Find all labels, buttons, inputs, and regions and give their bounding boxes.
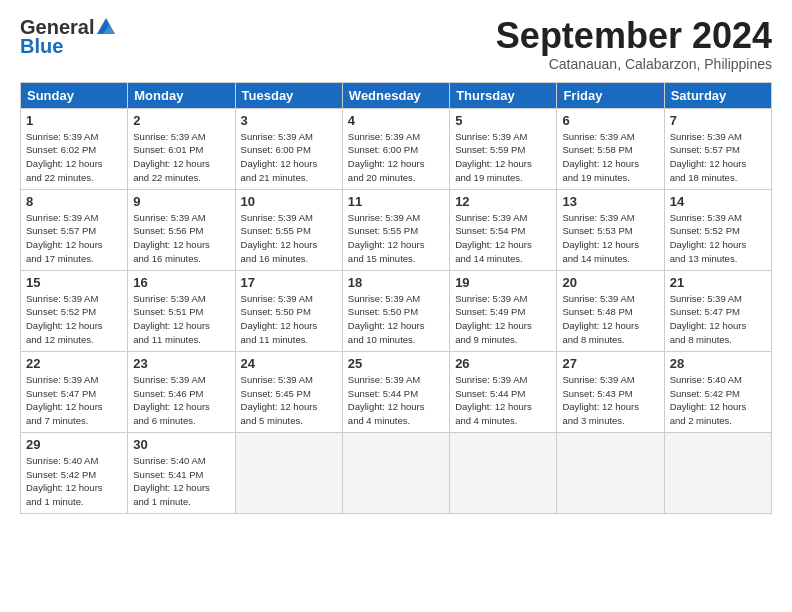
table-row: 21Sunrise: 5:39 AM Sunset: 5:47 PM Dayli… [664, 270, 771, 351]
table-row: 22Sunrise: 5:39 AM Sunset: 5:47 PM Dayli… [21, 351, 128, 432]
day-number: 10 [241, 194, 337, 209]
day-number: 6 [562, 113, 658, 128]
day-details: Sunrise: 5:39 AM Sunset: 5:55 PM Dayligh… [241, 211, 337, 266]
day-details: Sunrise: 5:39 AM Sunset: 5:45 PM Dayligh… [241, 373, 337, 428]
logo: General Blue [20, 16, 118, 57]
table-row: 2Sunrise: 5:39 AM Sunset: 6:01 PM Daylig… [128, 108, 235, 189]
calendar: Sunday Monday Tuesday Wednesday Thursday… [20, 82, 772, 514]
day-details: Sunrise: 5:39 AM Sunset: 5:46 PM Dayligh… [133, 373, 229, 428]
day-details: Sunrise: 5:39 AM Sunset: 5:57 PM Dayligh… [670, 130, 766, 185]
day-details: Sunrise: 5:40 AM Sunset: 5:41 PM Dayligh… [133, 454, 229, 509]
day-details: Sunrise: 5:39 AM Sunset: 5:55 PM Dayligh… [348, 211, 444, 266]
table-row: 17Sunrise: 5:39 AM Sunset: 5:50 PM Dayli… [235, 270, 342, 351]
col-saturday: Saturday [664, 82, 771, 108]
day-number: 9 [133, 194, 229, 209]
day-details: Sunrise: 5:39 AM Sunset: 5:50 PM Dayligh… [348, 292, 444, 347]
table-row [664, 432, 771, 513]
table-row [450, 432, 557, 513]
day-number: 21 [670, 275, 766, 290]
day-number: 27 [562, 356, 658, 371]
day-number: 12 [455, 194, 551, 209]
logo-blue-text: Blue [20, 35, 118, 57]
col-tuesday: Tuesday [235, 82, 342, 108]
calendar-week-row: 8Sunrise: 5:39 AM Sunset: 5:57 PM Daylig… [21, 189, 772, 270]
table-row: 4Sunrise: 5:39 AM Sunset: 6:00 PM Daylig… [342, 108, 449, 189]
table-row: 19Sunrise: 5:39 AM Sunset: 5:49 PM Dayli… [450, 270, 557, 351]
col-thursday: Thursday [450, 82, 557, 108]
day-number: 8 [26, 194, 122, 209]
table-row: 24Sunrise: 5:39 AM Sunset: 5:45 PM Dayli… [235, 351, 342, 432]
table-row: 8Sunrise: 5:39 AM Sunset: 5:57 PM Daylig… [21, 189, 128, 270]
table-row: 26Sunrise: 5:39 AM Sunset: 5:44 PM Dayli… [450, 351, 557, 432]
col-friday: Friday [557, 82, 664, 108]
day-details: Sunrise: 5:39 AM Sunset: 5:44 PM Dayligh… [348, 373, 444, 428]
day-number: 3 [241, 113, 337, 128]
table-row: 15Sunrise: 5:39 AM Sunset: 5:52 PM Dayli… [21, 270, 128, 351]
table-row: 27Sunrise: 5:39 AM Sunset: 5:43 PM Dayli… [557, 351, 664, 432]
table-row: 14Sunrise: 5:39 AM Sunset: 5:52 PM Dayli… [664, 189, 771, 270]
table-row: 23Sunrise: 5:39 AM Sunset: 5:46 PM Dayli… [128, 351, 235, 432]
day-number: 22 [26, 356, 122, 371]
page: General Blue September 2024 Catanauan, C… [0, 0, 792, 530]
day-details: Sunrise: 5:39 AM Sunset: 5:57 PM Dayligh… [26, 211, 122, 266]
col-monday: Monday [128, 82, 235, 108]
day-details: Sunrise: 5:39 AM Sunset: 5:47 PM Dayligh… [670, 292, 766, 347]
day-number: 13 [562, 194, 658, 209]
day-number: 1 [26, 113, 122, 128]
table-row: 29Sunrise: 5:40 AM Sunset: 5:42 PM Dayli… [21, 432, 128, 513]
table-row: 9Sunrise: 5:39 AM Sunset: 5:56 PM Daylig… [128, 189, 235, 270]
table-row: 7Sunrise: 5:39 AM Sunset: 5:57 PM Daylig… [664, 108, 771, 189]
day-details: Sunrise: 5:39 AM Sunset: 6:00 PM Dayligh… [348, 130, 444, 185]
day-details: Sunrise: 5:39 AM Sunset: 5:48 PM Dayligh… [562, 292, 658, 347]
day-details: Sunrise: 5:39 AM Sunset: 5:50 PM Dayligh… [241, 292, 337, 347]
table-row: 18Sunrise: 5:39 AM Sunset: 5:50 PM Dayli… [342, 270, 449, 351]
day-details: Sunrise: 5:39 AM Sunset: 5:47 PM Dayligh… [26, 373, 122, 428]
day-details: Sunrise: 5:39 AM Sunset: 5:56 PM Dayligh… [133, 211, 229, 266]
table-row: 28Sunrise: 5:40 AM Sunset: 5:42 PM Dayli… [664, 351, 771, 432]
col-wednesday: Wednesday [342, 82, 449, 108]
day-number: 19 [455, 275, 551, 290]
day-details: Sunrise: 5:40 AM Sunset: 5:42 PM Dayligh… [670, 373, 766, 428]
calendar-week-row: 29Sunrise: 5:40 AM Sunset: 5:42 PM Dayli… [21, 432, 772, 513]
day-details: Sunrise: 5:39 AM Sunset: 5:43 PM Dayligh… [562, 373, 658, 428]
calendar-header-row: Sunday Monday Tuesday Wednesday Thursday… [21, 82, 772, 108]
day-number: 5 [455, 113, 551, 128]
table-row: 12Sunrise: 5:39 AM Sunset: 5:54 PM Dayli… [450, 189, 557, 270]
table-row: 1Sunrise: 5:39 AM Sunset: 6:02 PM Daylig… [21, 108, 128, 189]
day-details: Sunrise: 5:39 AM Sunset: 5:51 PM Dayligh… [133, 292, 229, 347]
title-block: September 2024 Catanauan, Calabarzon, Ph… [496, 16, 772, 72]
table-row: 13Sunrise: 5:39 AM Sunset: 5:53 PM Dayli… [557, 189, 664, 270]
header: General Blue September 2024 Catanauan, C… [20, 16, 772, 72]
logo-icon [95, 16, 117, 38]
calendar-week-row: 15Sunrise: 5:39 AM Sunset: 5:52 PM Dayli… [21, 270, 772, 351]
day-number: 23 [133, 356, 229, 371]
month-title: September 2024 [496, 16, 772, 56]
day-details: Sunrise: 5:39 AM Sunset: 5:59 PM Dayligh… [455, 130, 551, 185]
col-sunday: Sunday [21, 82, 128, 108]
day-details: Sunrise: 5:39 AM Sunset: 5:49 PM Dayligh… [455, 292, 551, 347]
day-number: 4 [348, 113, 444, 128]
table-row: 30Sunrise: 5:40 AM Sunset: 5:41 PM Dayli… [128, 432, 235, 513]
day-number: 2 [133, 113, 229, 128]
day-details: Sunrise: 5:39 AM Sunset: 5:54 PM Dayligh… [455, 211, 551, 266]
table-row: 5Sunrise: 5:39 AM Sunset: 5:59 PM Daylig… [450, 108, 557, 189]
day-number: 25 [348, 356, 444, 371]
day-number: 18 [348, 275, 444, 290]
day-number: 30 [133, 437, 229, 452]
day-number: 28 [670, 356, 766, 371]
day-details: Sunrise: 5:39 AM Sunset: 5:58 PM Dayligh… [562, 130, 658, 185]
table-row [557, 432, 664, 513]
table-row: 16Sunrise: 5:39 AM Sunset: 5:51 PM Dayli… [128, 270, 235, 351]
day-details: Sunrise: 5:40 AM Sunset: 5:42 PM Dayligh… [26, 454, 122, 509]
day-details: Sunrise: 5:39 AM Sunset: 5:44 PM Dayligh… [455, 373, 551, 428]
table-row: 20Sunrise: 5:39 AM Sunset: 5:48 PM Dayli… [557, 270, 664, 351]
table-row: 6Sunrise: 5:39 AM Sunset: 5:58 PM Daylig… [557, 108, 664, 189]
table-row: 10Sunrise: 5:39 AM Sunset: 5:55 PM Dayli… [235, 189, 342, 270]
day-details: Sunrise: 5:39 AM Sunset: 5:52 PM Dayligh… [670, 211, 766, 266]
day-details: Sunrise: 5:39 AM Sunset: 5:52 PM Dayligh… [26, 292, 122, 347]
table-row: 11Sunrise: 5:39 AM Sunset: 5:55 PM Dayli… [342, 189, 449, 270]
calendar-week-row: 1Sunrise: 5:39 AM Sunset: 6:02 PM Daylig… [21, 108, 772, 189]
day-number: 7 [670, 113, 766, 128]
table-row: 3Sunrise: 5:39 AM Sunset: 6:00 PM Daylig… [235, 108, 342, 189]
day-details: Sunrise: 5:39 AM Sunset: 6:02 PM Dayligh… [26, 130, 122, 185]
